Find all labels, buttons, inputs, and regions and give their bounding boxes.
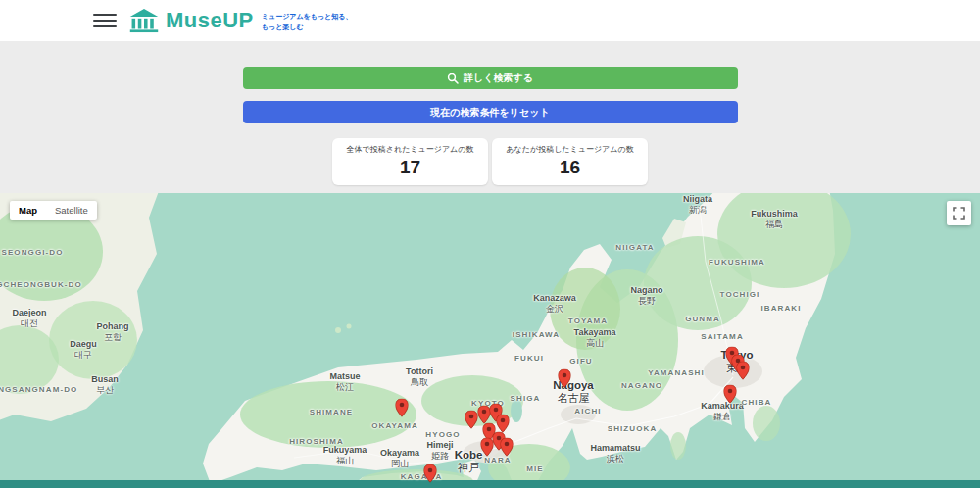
satellite-view-button[interactable]: Satellite [46, 201, 97, 220]
search-panel: 詳しく検索する 現在の検索条件をリセット 全体で投稿されたミュージアムの数 17… [0, 41, 980, 193]
brand-tagline: ミュージアムをもっと知る、 もっと楽しむ [262, 11, 353, 32]
map-pin-marker[interactable] [559, 369, 571, 392]
reset-search-button[interactable]: 現在の検索条件をリセット [243, 101, 738, 123]
map-pin-marker[interactable] [396, 399, 409, 421]
museup-app: MuseUP ミュージアムをもっと知る、 もっと楽しむ 詳しく検索する 現在の検… [0, 0, 980, 488]
menu-button[interactable] [93, 10, 117, 31]
map-pin-marker[interactable] [424, 464, 437, 487]
hamburger-icon [93, 14, 117, 16]
app-header: MuseUP ミュージアムをもっと知る、 もっと楽しむ [0, 0, 980, 41]
total-museums-card: 全体で投稿されたミュージアムの数 17 [332, 138, 488, 185]
museum-logo-icon [128, 8, 160, 34]
detailed-search-button[interactable]: 詳しく検索する [243, 67, 738, 89]
search-icon [447, 73, 459, 84]
total-museums-label: 全体で投稿されたミュージアムの数 [332, 144, 488, 155]
hamburger-icon [93, 25, 117, 27]
map-container[interactable]: SEONGGI-DOGCHEONGBUK-DODaejeon대전Daegu대구P… [0, 193, 980, 488]
fullscreen-button[interactable] [947, 201, 971, 225]
map-pin-marker[interactable] [466, 411, 478, 433]
map-pin-marker[interactable] [481, 438, 494, 461]
map-type-control: Map Satellite [10, 201, 97, 220]
map-pin-marker[interactable] [501, 438, 514, 461]
hamburger-icon [93, 20, 117, 22]
tagline-line-2: もっと楽しむ [262, 22, 353, 32]
fullscreen-icon [953, 207, 965, 220]
map-view-button[interactable]: Map [10, 201, 46, 220]
my-museums-card: あなたが投稿したミュージアムの数 16 [492, 138, 648, 185]
search-button-label: 詳しく検索する [464, 72, 533, 85]
stats-row: 全体で投稿されたミュージアムの数 17 あなたが投稿したミュージアムの数 16 [332, 138, 648, 185]
map-pin-marker[interactable] [724, 385, 737, 408]
map-pin-marker[interactable] [737, 362, 750, 384]
brand[interactable]: MuseUP ミュージアムをもっと知る、 もっと楽しむ [128, 8, 352, 34]
reset-button-label: 現在の検索条件をリセット [430, 106, 549, 120]
total-museums-value: 17 [332, 157, 488, 178]
tagline-line-1: ミュージアムをもっと知る、 [262, 11, 353, 22]
brand-name: MuseUP [166, 8, 254, 33]
my-museums-value: 16 [492, 157, 648, 178]
my-museums-label: あなたが投稿したミュージアムの数 [492, 144, 648, 155]
